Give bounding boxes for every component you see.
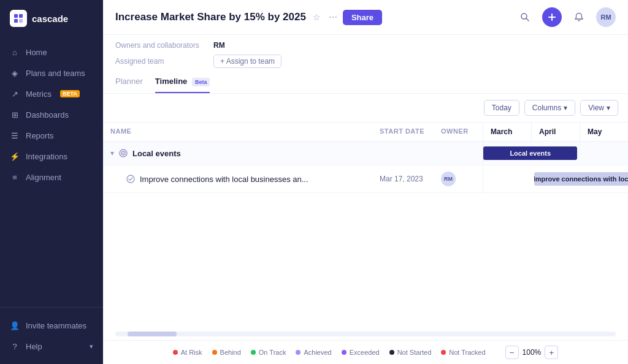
sidebar-item-label: Integrations [26,152,67,161]
behind-dot [212,350,217,355]
user-avatar[interactable]: RM [596,7,616,27]
owners-row: Owners and collaborators RM [115,41,616,50]
grid-icon: ⊞ [10,110,20,119]
add-button[interactable] [542,7,562,27]
legend-achieved: Achieved [296,349,331,356]
month-march: March [483,123,532,141]
star-icon[interactable]: ☆ [311,11,323,23]
metric-icon [125,173,136,184]
chart-icon: ↗ [10,89,20,99]
sidebar-nav: ⌂ Home ◈ Plans and teams ↗ Metrics BETA … [0,37,103,307]
view-button[interactable]: View ▾ [580,100,618,116]
col-name-header: NAME [103,123,372,141]
timeline-grid: NAME START DATE OWNER March April May ▾ [103,122,628,327]
legend-label: Exceeded [350,349,380,356]
zoom-controls: − 100% + [505,346,559,359]
zoom-out-button[interactable]: − [505,346,519,359]
svg-rect-2 [14,19,18,23]
chevron-down-icon: ▾ [607,104,610,112]
metrics-badge: BETA [60,90,80,97]
notifications-button[interactable] [569,7,589,27]
zoom-value: 100% [523,348,542,357]
search-button[interactable] [515,7,535,27]
app-name: cascade [32,13,68,24]
legend-behind: Behind [212,349,241,356]
page-title-area: Increase Market Share by 15% by 2025 ☆ ⋯… [115,10,382,25]
more-icon[interactable]: ⋯ [327,11,339,23]
sidebar-item-reports[interactable]: ☰ Reports [0,125,103,146]
chevron-down-icon[interactable]: ▾ [110,149,114,157]
sidebar-item-label: Reports [26,131,54,140]
tab-planner[interactable]: Planner [115,77,143,93]
content-header: Owners and collaborators RM Assigned tea… [103,35,628,73]
main-content: Increase Market Share by 15% by 2025 ☆ ⋯… [103,0,628,364]
page-title: Increase Market Share by 15% by 2025 [115,11,306,23]
team-label: Assigned team [115,57,201,66]
tab-timeline[interactable]: Timeline Beta [155,77,210,93]
sidebar-item-invite[interactable]: 👤 Invite teammates [0,315,103,336]
grid-right-header: March April May [483,123,628,141]
legend-on-track: On Track [251,349,286,356]
columns-button[interactable]: Columns ▾ [524,100,575,116]
row-name-cell: Improve connections with local businesse… [103,167,372,191]
owner-avatar: RM [441,172,456,186]
sidebar-item-alignment[interactable]: ≡ Alignment [0,167,103,188]
gantt-bar-group[interactable]: Local events [483,146,577,160]
on-track-dot [251,350,256,355]
group-name: Local events [132,149,181,158]
sidebar-item-label: Help [26,342,42,351]
owners-label: Owners and collaborators [115,41,201,50]
row-start-date: Mar 17, 2023 [372,169,434,189]
sidebar-item-help[interactable]: ? Help ▾ [0,336,103,357]
sidebar-bottom: 👤 Invite teammates ? Help ▾ [0,307,103,364]
legend-label: Behind [220,349,241,356]
legend-label: At Risk [181,349,202,356]
gantt-bar-sub[interactable]: Improve connections with local busine [534,172,628,186]
month-april: April [532,123,580,141]
svg-rect-3 [19,19,23,23]
table-row: Improve connections with local businesse… [103,165,628,193]
gantt-row: Local events [483,142,628,165]
zoom-in-button[interactable]: + [545,346,558,359]
share-button[interactable]: Share [343,10,382,25]
gantt-row: Improve connections with local busine [483,165,628,192]
grid-left-header: NAME START DATE OWNER [103,123,483,141]
col-start-date-header: START DATE [372,123,434,141]
sidebar-item-plans[interactable]: ◈ Plans and teams [0,63,103,83]
legend-label: Not Started [397,349,432,356]
sidebar-item-label: Alignment [26,173,61,182]
sidebar-item-dashboards[interactable]: ⊞ Dashboards [0,104,103,125]
sidebar-item-label: Metrics [26,89,52,99]
horizontal-scrollbar-track[interactable] [115,332,616,336]
doc-icon: ☰ [10,131,20,140]
col-owner-header: OWNER [434,123,483,141]
question-icon: ? [10,341,20,351]
chevron-down-icon: ▾ [564,104,567,112]
exceeded-dot [342,350,347,355]
row-owner [434,147,483,159]
legend-at-risk: At Risk [173,349,202,356]
sidebar: cascade ⌂ Home ◈ Plans and teams ↗ Metri… [0,0,103,364]
sidebar-item-label: Invite teammates [26,321,86,330]
at-risk-dot [173,350,178,355]
row-start-date [372,147,434,159]
month-may: May [580,123,628,141]
horizontal-scrollbar-thumb[interactable] [128,332,177,336]
sidebar-item-label: Plans and teams [26,69,85,78]
grid-header: NAME START DATE OWNER March April May [103,123,628,142]
owners-value: RM [213,41,225,50]
sidebar-item-metrics[interactable]: ↗ Metrics BETA [0,83,103,104]
app-logo[interactable]: cascade [0,0,103,37]
assign-team-button[interactable]: + Assign to team [213,55,281,68]
timeline-badge: Beta [192,78,210,86]
align-icon: ≡ [10,172,20,182]
target-icon [118,148,129,159]
row-name: Improve connections with local businesse… [140,175,308,184]
svg-point-11 [127,175,134,183]
sidebar-item-integrations[interactable]: ⚡ Integrations [0,146,103,167]
today-button[interactable]: Today [484,100,519,116]
sidebar-item-home[interactable]: ⌂ Home [0,42,103,63]
people-icon: ◈ [10,68,20,78]
svg-line-5 [526,18,529,21]
timeline-toolbar: Today Columns ▾ View ▾ [103,94,628,122]
